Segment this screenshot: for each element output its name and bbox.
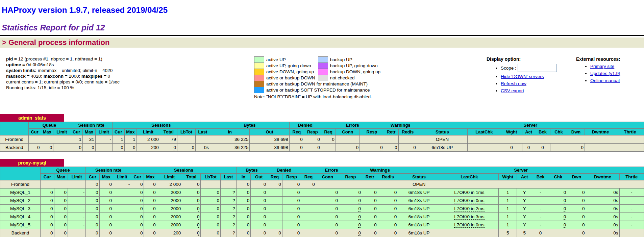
cell-bytes-out: 0: [251, 213, 267, 221]
cell-thrtle: [616, 144, 644, 152]
cell-lbtot: 0: [177, 144, 195, 152]
cell-s-total: 79: [160, 135, 177, 144]
col-header-d-resp: Resp: [304, 129, 321, 135]
cell-s-cur: 0: [131, 213, 144, 221]
cell-redis: 0: [398, 144, 417, 152]
cell-last: ?: [220, 205, 236, 213]
scope-input[interactable]: [518, 64, 557, 72]
cell-sr-cur: 0: [86, 205, 99, 213]
col-header-q-limit: Limit: [53, 129, 70, 135]
link-updates-v1-9-[interactable]: Updates (v1.9): [590, 71, 620, 76]
col-header-d-req: Req: [289, 129, 304, 135]
proxy-title-admin_stats[interactable]: admin_stats: [0, 114, 64, 122]
cell-redis: 0: [378, 229, 398, 237]
group-header-bytes: Bytes: [210, 122, 289, 129]
cell-bytes-in: 0: [236, 189, 251, 197]
link-hide-down-servers[interactable]: Hide 'DOWN' servers: [501, 74, 544, 79]
cell-s-limit: 200: [137, 144, 160, 152]
cell-dwntme: 0s: [586, 189, 619, 197]
cell-wght: 1: [499, 189, 517, 197]
cell-thrtle: -: [619, 197, 644, 205]
col-header-sr-max: Max: [99, 174, 113, 180]
cell-sr-max: 0: [99, 205, 113, 213]
cell-sr-limit: [113, 205, 131, 213]
cell-dwn: 0: [567, 221, 586, 229]
info-row: pid = 12 (process #1, nbproc = 1, nbthre…: [6, 56, 644, 99]
cell-bytes-out: 0: [251, 197, 267, 205]
cell-q-cur: 0: [41, 189, 54, 197]
cell-retr: 0: [362, 205, 378, 213]
legend-label: active or backup DOWN for maintenance (M…: [264, 81, 383, 87]
col-header-bytes-out: Out: [251, 174, 267, 180]
cell-sr-max: 0: [83, 144, 96, 152]
cell-name: MySQL_3: [0, 205, 41, 213]
list-item: Primary site: [590, 64, 644, 69]
process-info-line: pid = 12 (process #1, nbproc = 1, nbthre…: [6, 56, 254, 62]
cell-s-max: 0: [124, 144, 137, 152]
group-header-server: Server: [398, 167, 644, 174]
cell-lastchk: L7OK/0 in 0ms: [440, 221, 498, 229]
col-header-bck: Bck: [532, 174, 549, 180]
legend-label: not checked: [328, 75, 383, 81]
cell-s-cur: 0: [131, 205, 144, 213]
cell-sr-limit: -: [113, 180, 131, 189]
cell-thrtle: [619, 229, 644, 237]
legend-table: active UPbackup UPactive UP, going downb…: [254, 56, 383, 93]
process-info: pid = 12 (process #1, nbproc = 1, nbthre…: [6, 56, 254, 91]
cell-status: 6m18s UP: [398, 205, 440, 213]
process-info-line: system limits: memmax = unlimited; ulimi…: [6, 68, 254, 73]
cell-e-conn: [316, 180, 339, 189]
cell-sr-max: 0: [99, 197, 113, 205]
legend-swatch: [254, 69, 264, 75]
cell-e-req: [301, 229, 316, 237]
cell-status: OPEN: [417, 135, 467, 144]
cell-chk: 0: [549, 213, 567, 221]
col-header-bytes-in: In: [210, 129, 249, 135]
cell-bck: -: [532, 221, 549, 229]
cell-name: Backend: [0, 229, 41, 237]
row-frontend: Frontend00-002 000000000OPEN: [0, 180, 644, 189]
link-primary-site[interactable]: Primary site: [590, 64, 614, 69]
cell-retr: 0: [384, 144, 398, 152]
link-refresh-now[interactable]: Refresh now: [501, 81, 526, 86]
col-header-act: Act: [522, 129, 535, 135]
cell-e-resp: 0: [339, 189, 362, 197]
list-item: Hide 'DOWN' servers: [501, 74, 576, 79]
col-header-dwn: Dwn: [567, 129, 585, 135]
cell-e-resp: 0: [360, 144, 384, 152]
col-header-sr-limit: Limit: [113, 174, 131, 180]
col-header-dwn: Dwn: [567, 174, 586, 180]
col-header-sr-cur: Cur: [86, 174, 99, 180]
cell-sr-max: 0: [99, 213, 113, 221]
cell-bck: 0: [532, 229, 549, 237]
cell-q-limit: [53, 144, 70, 152]
cell-q-limit: -: [68, 205, 85, 213]
cell-sr-cur: 0: [86, 197, 99, 205]
cell-bytes-out: 39 698: [250, 144, 289, 152]
cell-q-max: 0: [54, 229, 68, 237]
legend-label: active UP: [264, 57, 318, 63]
col-header-lbtot: LbTot: [201, 174, 221, 180]
page-title[interactable]: HAProxy version 1.9.7, released 2019/04/…: [2, 5, 644, 15]
cell-act: 5: [517, 229, 532, 237]
cell-bytes-in: 36 225: [210, 135, 249, 144]
cell-s-cur: 1: [112, 135, 124, 144]
cell-bck: -: [532, 205, 549, 213]
cell-lastchk: [440, 229, 498, 237]
row-backend: Backend00000020000?000000006m18s UP55000…: [0, 229, 644, 237]
cell-s-max: 0: [144, 189, 157, 197]
group-header-bytes: Bytes: [236, 167, 267, 174]
link-csv-export[interactable]: CSV export: [501, 88, 524, 93]
list-item: CSV export: [501, 88, 576, 93]
cell-e-req: [301, 213, 316, 221]
row-mysql_4: MySQL_400-0000200000?00000006m18s UPL7OK…: [0, 213, 644, 221]
cell-e-resp: 0: [339, 213, 362, 221]
cell-bck: -: [532, 197, 549, 205]
link-online-manual[interactable]: Online manual: [590, 78, 620, 83]
cell-last: [220, 180, 236, 189]
cell-thrtle: -: [619, 221, 644, 229]
proxy-title-proxy-mysql[interactable]: proxy-mysql: [0, 159, 64, 167]
corner-header: [0, 122, 29, 135]
cell-name: MySQL_5: [0, 221, 41, 229]
cell-last: ?: [220, 221, 236, 229]
